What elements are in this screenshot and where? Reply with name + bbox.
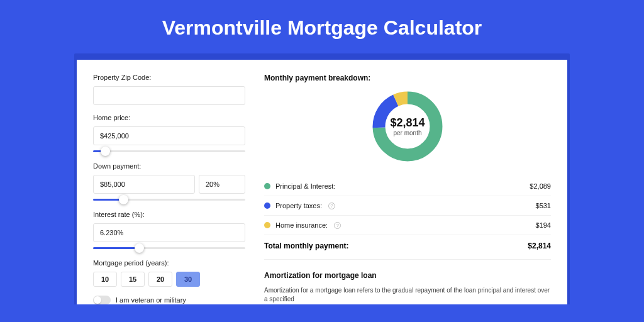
legend-label: Property taxes: xyxy=(275,202,322,209)
down-row xyxy=(93,175,245,194)
breakdown-title: Monthly payment breakdown: xyxy=(264,74,551,82)
down-label: Down payment: xyxy=(93,162,245,170)
price-input[interactable] xyxy=(93,126,245,145)
legend-dot xyxy=(264,203,270,209)
zip-input[interactable] xyxy=(93,86,245,105)
period-option-20[interactable]: 20 xyxy=(148,272,172,287)
legend-row-insurance: Home insurance: ? $194 xyxy=(264,216,551,235)
page-title: Vermontville Mortgage Calculator xyxy=(0,0,644,53)
price-label: Home price: xyxy=(93,114,245,121)
period-option-30[interactable]: 30 xyxy=(176,272,200,287)
legend-label: Principal & Interest: xyxy=(275,182,335,190)
slider-thumb[interactable] xyxy=(119,195,128,204)
legend-value: $194 xyxy=(536,221,551,229)
donut-amount: $2,814 xyxy=(390,116,425,130)
donut-center: $2,814 per month xyxy=(370,89,445,164)
donut-sub: per month xyxy=(393,130,421,136)
amortization-text: Amortization for a mortgage loan refers … xyxy=(264,286,551,304)
info-icon[interactable]: ? xyxy=(334,222,341,229)
rate-field: Interest rate (%): xyxy=(93,211,245,242)
total-label: Total monthly payment: xyxy=(264,242,348,250)
veteran-toggle[interactable] xyxy=(93,296,111,304)
zip-field: Property Zip Code: xyxy=(93,74,245,105)
rate-label: Interest rate (%): xyxy=(93,211,245,218)
card-shadow: Property Zip Code: Home price: Down paym… xyxy=(74,53,570,304)
slider-thumb[interactable] xyxy=(101,147,110,156)
donut-chart: $2,814 per month xyxy=(370,89,445,164)
veteran-label: I am veteran or military xyxy=(116,296,186,304)
info-icon[interactable]: ? xyxy=(328,203,335,209)
veteran-row: I am veteran or military xyxy=(93,296,245,304)
legend-label: Home insurance: xyxy=(275,221,328,229)
total-value: $2,814 xyxy=(528,242,551,250)
rate-input[interactable] xyxy=(93,223,245,242)
down-percent-input[interactable] xyxy=(199,175,245,194)
legend-row-principal: Principal & Interest: $2,089 xyxy=(264,177,551,196)
period-option-15[interactable]: 15 xyxy=(121,272,145,287)
legend-left: Home insurance: ? xyxy=(264,221,341,229)
slider-thumb[interactable] xyxy=(135,243,144,253)
legend-left: Property taxes: ? xyxy=(264,202,335,209)
period-options: 10 15 20 30 xyxy=(93,272,245,287)
inputs-panel: Property Zip Code: Home price: Down paym… xyxy=(93,74,245,304)
legend-row-taxes: Property taxes: ? $531 xyxy=(264,196,551,216)
zip-label: Property Zip Code: xyxy=(93,74,245,81)
breakdown-panel: Monthly payment breakdown: $2,814 per mo… xyxy=(264,74,551,304)
donut-chart-container: $2,814 per month xyxy=(264,89,551,164)
total-row: Total monthly payment: $2,814 xyxy=(264,235,551,260)
legend-value: $2,089 xyxy=(530,182,551,190)
price-slider[interactable] xyxy=(93,147,245,156)
rate-slider[interactable] xyxy=(93,244,245,253)
legend-dot xyxy=(264,222,270,228)
calculator-card: Property Zip Code: Home price: Down paym… xyxy=(77,60,567,304)
legend-value: $531 xyxy=(536,202,551,209)
slider-fill xyxy=(93,247,139,249)
legend-dot xyxy=(264,183,270,189)
down-field: Down payment: xyxy=(93,162,245,194)
slider-track xyxy=(93,150,245,152)
down-slider[interactable] xyxy=(93,196,245,204)
legend-left: Principal & Interest: xyxy=(264,182,335,190)
period-label: Mortgage period (years): xyxy=(93,259,245,267)
amortization-title: Amortization for mortgage loan xyxy=(264,271,551,280)
down-amount-input[interactable] xyxy=(93,175,195,194)
period-option-10[interactable]: 10 xyxy=(93,272,117,287)
price-field: Home price: xyxy=(93,114,245,145)
